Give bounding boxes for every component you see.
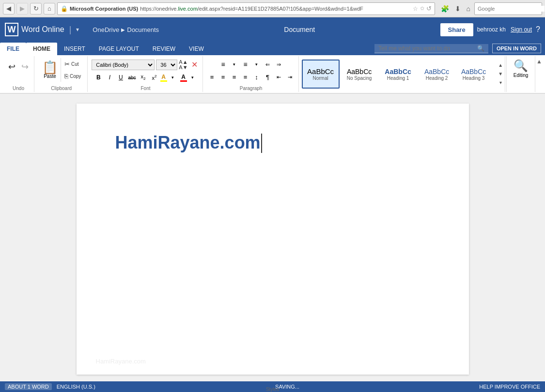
styles-scroll-up[interactable]: ▲: [498, 61, 503, 70]
clear-format-button[interactable]: ✕: [189, 59, 200, 70]
cut-icon: ✂: [64, 60, 70, 68]
ribbon-area: FILE HOME INSERT PAGE LAYOUT REVIEW VIEW…: [0, 42, 545, 94]
font-color-indicator: [180, 80, 187, 82]
bold-button[interactable]: B: [93, 72, 104, 83]
browser-search-bar[interactable]: 🔍: [474, 2, 542, 15]
align-center-button[interactable]: ≡: [218, 72, 229, 82]
clipboard-section-label: Clipboard: [51, 84, 72, 91]
open-word-button[interactable]: OPEN IN WORD: [492, 44, 541, 53]
font-name-selector[interactable]: Calibri (Body): [92, 60, 155, 70]
style-normal[interactable]: AaBbCc Normal: [302, 60, 340, 89]
superscript-button[interactable]: x2: [149, 72, 160, 83]
help-improve-label[interactable]: HELP IMPROVE OFFICE: [479, 384, 540, 390]
bullet-list-button[interactable]: ≡: [218, 59, 229, 70]
read-mode-icon[interactable]: ✩: [420, 5, 424, 12]
refresh-icon[interactable]: ↺: [426, 5, 432, 12]
language-indicator[interactable]: ENGLISH (U.S.): [57, 384, 95, 390]
redo-button[interactable]: ↪: [19, 60, 31, 74]
document-area: HamiRayane.com HamiRayane.com: [0, 94, 545, 381]
forward-button[interactable]: ▶: [16, 3, 28, 15]
style-heading3-label: Heading 3: [463, 75, 485, 81]
breadcrumb: OneDrive ▶ Documents: [93, 26, 159, 33]
strikethrough-button[interactable]: abc: [126, 72, 137, 83]
highlight-dropdown-button[interactable]: ▾: [168, 72, 178, 83]
tab-view[interactable]: VIEW: [182, 43, 211, 55]
breadcrumb-onedrive[interactable]: OneDrive: [93, 26, 119, 33]
undo-button[interactable]: ↩: [6, 60, 18, 74]
underline-button[interactable]: U: [115, 72, 126, 83]
refresh-button[interactable]: ↻: [30, 3, 42, 15]
italic-button[interactable]: I: [104, 72, 115, 83]
align-right-button[interactable]: ≡: [229, 72, 240, 82]
style-heading3[interactable]: AaBbCc Heading 3: [457, 60, 491, 89]
editing-search-icon: 🔍: [514, 59, 528, 73]
ribbon-section-styles: AaBbCc Normal AaBbCc No Spacing AaBbCc H…: [300, 56, 506, 92]
home-button[interactable]: ⌂: [44, 3, 55, 15]
title-divider: |: [69, 25, 72, 35]
style-normal-preview: AaBbCc: [307, 67, 334, 75]
ribbon-collapse-button[interactable]: ▲: [536, 58, 542, 65]
logo-letter: W: [8, 25, 16, 35]
font-size-increase-button[interactable]: A▲: [179, 60, 187, 65]
help-button[interactable]: ?: [536, 25, 540, 34]
indent-increase-button[interactable]: ⇒: [274, 59, 284, 70]
site-name: Microsoft Corporation (US): [70, 6, 138, 12]
sign-out-button[interactable]: Sign out: [511, 26, 532, 33]
saving-status: SAVING...: [105, 384, 469, 390]
document-content[interactable]: HamiRayane.com: [115, 133, 430, 153]
breadcrumb-separator: ▶: [121, 27, 125, 32]
star-icon[interactable]: ☆: [413, 5, 418, 12]
document-heading[interactable]: HamiRayane.com: [115, 133, 261, 152]
font-size-decrease-button[interactable]: A▼: [179, 65, 187, 70]
show-paragraph-button[interactable]: ¶: [263, 72, 273, 82]
tellme-input[interactable]: [378, 45, 475, 52]
ltr-button[interactable]: ⇥: [285, 72, 296, 82]
rtl-button[interactable]: ⇤: [274, 72, 284, 82]
align-left-button[interactable]: ≡: [207, 72, 218, 82]
paste-icon: 📋: [42, 61, 58, 74]
styles-more-button[interactable]: ▾: [498, 78, 503, 87]
number-list-dropdown[interactable]: ▾: [251, 59, 262, 70]
word-count-badge[interactable]: ABOUT 1 WORD: [5, 383, 52, 390]
word-logo: W Word Online: [5, 23, 64, 36]
subscript-button[interactable]: x2: [138, 72, 149, 83]
cut-button[interactable]: ✂ Cut: [62, 58, 83, 70]
style-heading1-preview: AaBbCc: [385, 68, 411, 75]
back-button[interactable]: ◀: [3, 3, 15, 15]
style-heading2[interactable]: AaBbCc Heading 2: [418, 60, 456, 89]
line-spacing-button[interactable]: ↕: [251, 72, 262, 82]
extensions-button[interactable]: 🧩: [439, 4, 451, 14]
username: behrooz kh: [477, 26, 506, 33]
font-color-button[interactable]: A: [180, 74, 187, 82]
bullet-list-dropdown[interactable]: ▾: [229, 59, 240, 70]
copy-label: Copy: [70, 74, 81, 79]
browser-search-input[interactable]: [478, 6, 545, 12]
font-size-selector[interactable]: 36: [156, 60, 177, 70]
style-heading1[interactable]: AaBbCc Heading 1: [379, 60, 417, 89]
tab-page-layout[interactable]: PAGE LAYOUT: [92, 43, 146, 55]
highlight-color-button[interactable]: A: [160, 74, 167, 82]
tab-home[interactable]: HOME: [26, 43, 57, 55]
tab-review[interactable]: REVIEW: [146, 43, 182, 55]
find-replace-button[interactable]: 🔍 Editing: [514, 59, 529, 78]
style-no-spacing[interactable]: AaBbCc No Spacing: [341, 60, 378, 89]
breadcrumb-documents[interactable]: Documents: [127, 26, 159, 33]
ribbon-tabs: FILE HOME INSERT PAGE LAYOUT REVIEW VIEW: [0, 43, 211, 55]
copy-icon: ⎘: [64, 73, 68, 80]
download-button[interactable]: ⬇: [453, 4, 463, 14]
font-color-dropdown-button[interactable]: ▾: [187, 72, 198, 83]
copy-button[interactable]: ⎘ Copy: [62, 70, 83, 82]
share-button[interactable]: Share: [440, 23, 473, 36]
address-bar[interactable]: 🔒 Microsoft Corporation (US) https://one…: [57, 2, 435, 15]
align-justify-button[interactable]: ≡: [240, 72, 251, 82]
styles-scroll-down[interactable]: ▼: [498, 70, 503, 78]
paste-button[interactable]: 📋 Paste: [39, 58, 61, 82]
tab-file[interactable]: FILE: [0, 43, 26, 55]
indent-decrease-button[interactable]: ⇐: [263, 59, 273, 70]
address-text: https://onedrive.live.com/edit.aspx?resi…: [140, 6, 363, 12]
style-no-spacing-preview: AaBbCc: [347, 68, 372, 75]
title-dropdown-arrow[interactable]: ▾: [76, 26, 79, 33]
tab-insert[interactable]: INSERT: [57, 43, 92, 55]
number-list-button[interactable]: ≡: [240, 59, 251, 70]
home-action-button[interactable]: ⌂: [465, 4, 472, 14]
